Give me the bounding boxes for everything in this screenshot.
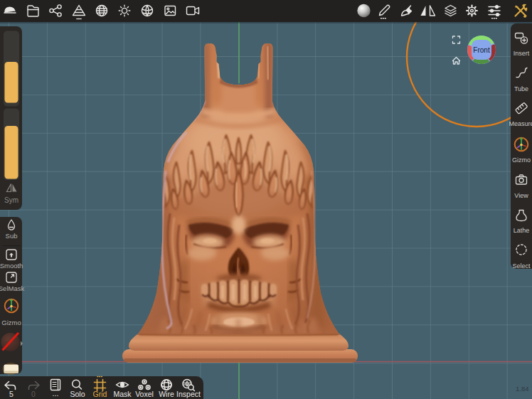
svg-text:Wire: Wire [159,390,174,398]
svg-text:5: 5 [9,390,14,398]
svg-text:Gizmo: Gizmo [1,319,21,326]
svg-text:Tube: Tube [514,85,528,92]
svg-text:...: ... [53,389,59,398]
svg-text:Mask: Mask [113,390,132,398]
svg-text:SelMask: SelMask [0,284,24,292]
svg-text:0: 0 [31,390,36,398]
svg-text:Inspect: Inspect [176,390,201,398]
svg-text:Solo: Solo [70,390,85,398]
svg-text:Sub: Sub [6,232,18,240]
svg-text:Front: Front [473,46,490,54]
svg-text:Sym: Sym [4,196,18,204]
svg-text:Insert: Insert [514,50,530,57]
svg-text:Grid: Grid [93,390,107,398]
svg-text:Voxel: Voxel [135,390,154,398]
svg-text:Smooth: Smooth [0,262,23,270]
svg-text:Select: Select [512,262,531,270]
svg-text:Gizmo: Gizmo [512,156,531,164]
svg-text:Lathe: Lathe [514,227,530,234]
svg-text:View: View [514,192,528,199]
svg-text:Measure: Measure [509,120,532,127]
